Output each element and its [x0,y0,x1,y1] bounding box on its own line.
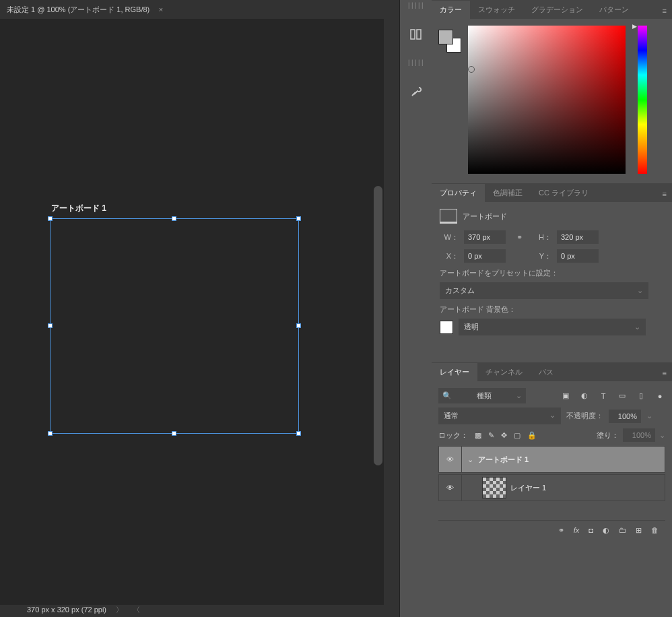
tab-pattern[interactable]: パターン [591,1,637,19]
height-label: H： [533,232,551,242]
chevron-down-icon: ⌄ [637,286,643,295]
chevron-down-icon[interactable]: ⌄ [462,455,478,464]
tab-cc-libraries[interactable]: CC ライブラリ [531,184,597,202]
bgcolor-select[interactable]: 透明 ⌄ [459,319,646,335]
lock-all-icon[interactable]: 🔒 [527,431,537,440]
color-panel-tabs: カラー スウォッチ グラデーション パターン ≡ [432,0,672,19]
hue-slider[interactable]: ▶ [638,26,647,174]
status-bar: 370 px x 320 px (72 ppi) 〉 〈 [0,602,399,617]
handle-se[interactable] [296,431,301,436]
handle-sw[interactable] [48,431,53,436]
lock-position-icon[interactable]: ✥ [501,431,507,440]
lock-artboard-icon[interactable]: ▢ [514,431,520,440]
close-icon[interactable]: × [159,5,163,13]
tab-layers[interactable]: レイヤー [432,363,477,381]
color-spectrum[interactable] [468,26,626,174]
foreground-background-swatch[interactable] [438,30,461,53]
layers-panel-tabs: レイヤー チャンネル パス ≡ [432,362,672,381]
new-layer-icon[interactable]: ⊞ [636,526,642,535]
filter-shape-icon[interactable]: ▭ [617,391,628,400]
panel-menu-icon[interactable]: ≡ [657,186,672,202]
grip-icon[interactable]: ┃┃┃┃┃ [407,3,424,9]
panel-menu-icon[interactable]: ≡ [657,3,672,19]
link-layers-icon[interactable]: ⚭ [558,526,564,535]
layer-name[interactable]: アートボード 1 [478,455,529,465]
lock-transparency-icon[interactable]: ▩ [475,431,481,440]
chevron-down-icon[interactable]: ⌄ [659,431,665,440]
handle-e[interactable] [296,323,301,328]
handle-nw[interactable] [48,216,53,221]
collapsed-tool-strip: ┃┃┃┃┃ ┃┃┃┃┃ [399,0,432,617]
lock-label: ロック： [438,430,468,441]
spectrum-cursor[interactable] [468,66,475,73]
handle-s[interactable] [172,431,176,436]
tab-gradient[interactable]: グラデーション [523,1,591,19]
document-tab[interactable]: 未設定 1 @ 100% (アートボード 1, RGB/8) × [0,0,168,19]
layer-row[interactable]: 👁 レイヤー 1 [438,474,665,501]
tools-icon[interactable] [407,82,426,101]
panels-column: カラー スウォッチ グラデーション パターン ≡ ▶ プロパティ 色調補正 CC… [432,0,672,617]
height-input[interactable] [557,230,599,244]
layer-name[interactable]: レイヤー 1 [510,483,546,493]
canvas-area: 未設定 1 @ 100% (アートボード 1, RGB/8) × アートボード … [0,0,399,617]
tab-properties[interactable]: プロパティ [432,184,485,202]
filter-smart-icon[interactable]: ▯ [636,391,646,400]
preset-select[interactable]: カスタム ⌄ [440,282,648,299]
status-dimensions: 370 px x 320 px (72 ppi) [27,606,106,614]
tab-adjustments[interactable]: 色調補正 [485,184,531,202]
fx-icon[interactable]: fx [574,526,580,535]
chevron-right-icon[interactable]: 〉 [116,605,123,615]
chevron-down-icon[interactable]: ⌄ [646,412,652,420]
bgcolor-label: アートボード 背景色： [440,304,664,315]
panel-menu-icon[interactable]: ≡ [657,365,672,381]
grip-icon[interactable]: ┃┃┃┃┃ [407,60,424,66]
filter-text-icon[interactable]: T [598,392,609,400]
artboard-label[interactable]: アートボード 1 [51,203,106,214]
x-input[interactable] [464,249,506,263]
visibility-icon[interactable]: 👁 [439,447,462,472]
filter-toggle-icon[interactable]: ● [654,392,665,400]
width-input[interactable] [464,230,506,244]
tab-color[interactable]: カラー [432,1,470,19]
panel-icon-1[interactable] [407,25,426,44]
tab-paths[interactable]: パス [531,363,562,381]
properties-panel-tabs: プロパティ 色調補正 CC ライブラリ ≡ [432,183,672,202]
group-icon[interactable]: 🗀 [619,526,626,535]
bgcolor-swatch[interactable] [440,321,453,334]
preset-value: カスタム [445,286,475,296]
chevron-left-icon[interactable]: 〈 [133,605,140,615]
layer-thumbnail[interactable] [482,477,506,498]
layers-footer: ⚭ fx ◘ ◐ 🗀 ⊞ 🗑 [438,520,665,535]
document-tab-bar: 未設定 1 @ 100% (アートボード 1, RGB/8) × [0,0,399,19]
fill-input[interactable]: 100% [623,428,655,442]
blend-mode-select[interactable]: 通常 ⌄ [438,408,561,424]
foreground-swatch[interactable] [438,30,453,44]
adjustment-icon[interactable]: ◐ [603,526,609,535]
width-label: W： [440,232,459,242]
canvas-vertical-scrollbar[interactable] [374,186,382,465]
layers-panel: 🔍 種類 ⌄ ▣ ◐ T ▭ ▯ ● 通常 ⌄ 不透明度： 100% ⌄ ロック [432,381,672,542]
artboard-selection[interactable] [50,218,299,434]
layer-filter-select[interactable]: 🔍 種類 ⌄ [438,388,526,403]
y-input[interactable] [557,249,599,263]
tab-channels[interactable]: チャンネル [477,363,531,381]
handle-w[interactable] [48,323,53,328]
search-icon: 🔍 [442,391,452,400]
opacity-input[interactable]: 100% [609,410,641,423]
link-wh-icon[interactable]: ⚭ [511,233,527,242]
chevron-down-icon: ⌄ [516,391,522,400]
mask-icon[interactable]: ◘ [589,526,593,535]
handle-ne[interactable] [296,216,301,221]
hue-indicator-icon[interactable]: ▶ [632,23,637,30]
handle-n[interactable] [172,216,176,221]
layer-artboard[interactable]: 👁 ⌄ アートボード 1 [438,446,665,473]
canvas[interactable]: アートボード 1 [0,19,384,605]
tab-swatches[interactable]: スウォッチ [470,1,523,19]
y-label: Y： [533,251,551,261]
lock-paint-icon[interactable]: ✎ [488,431,494,440]
trash-icon[interactable]: 🗑 [651,526,659,535]
visibility-icon[interactable]: 👁 [439,475,462,500]
svg-rect-0 [411,30,415,39]
filter-image-icon[interactable]: ▣ [560,391,571,400]
filter-adjust-icon[interactable]: ◐ [579,391,590,400]
